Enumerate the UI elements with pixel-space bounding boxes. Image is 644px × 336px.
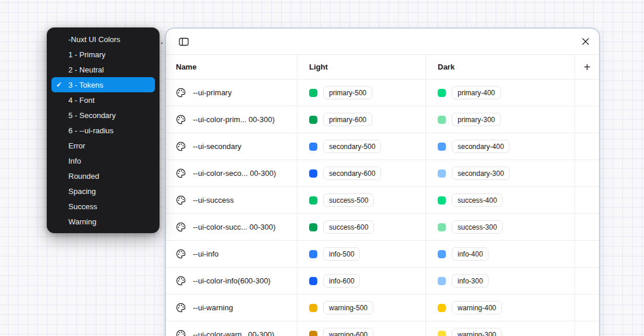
color-swatch[interactable]: [438, 143, 446, 151]
variable-name-cell[interactable]: --ui-color-prim... 00-300): [166, 106, 297, 133]
menu-item[interactable]: 6 - --ui-radius: [51, 123, 155, 138]
variable-name-cell[interactable]: --ui-color-warn...00-300): [166, 321, 297, 336]
color-swatch[interactable]: [309, 116, 317, 124]
light-value-cell[interactable]: primary-500: [297, 79, 425, 106]
dark-value-cell[interactable]: secondary-400: [425, 133, 574, 160]
token-chip[interactable]: success-500: [323, 193, 374, 207]
dark-value-cell[interactable]: warning-300: [425, 321, 574, 336]
token-chip[interactable]: success-300: [452, 220, 503, 234]
table-row[interactable]: --ui-info info-500 info-400: [166, 241, 599, 268]
menu-item[interactable]: 2 - Neutral: [51, 62, 155, 77]
token-chip[interactable]: primary-400: [452, 86, 501, 99]
token-chip[interactable]: primary-300: [452, 113, 501, 126]
color-swatch[interactable]: [309, 277, 317, 285]
light-value-cell[interactable]: secondary-500: [297, 133, 425, 160]
token-chip[interactable]: secondary-300: [452, 167, 510, 180]
table-row[interactable]: --ui-color-warn...00-300) warning-600 wa…: [166, 321, 599, 336]
color-swatch[interactable]: [309, 250, 317, 258]
table-row[interactable]: --ui-color-prim... 00-300) primary-600 p…: [166, 106, 599, 133]
color-swatch[interactable]: [309, 169, 317, 178]
menu-item[interactable]: 4 - Font: [51, 92, 155, 108]
token-chip[interactable]: success-600: [323, 220, 374, 234]
color-swatch[interactable]: [438, 277, 446, 285]
color-swatch[interactable]: [309, 196, 317, 205]
variable-name-cell[interactable]: --ui-info: [166, 241, 297, 267]
token-chip[interactable]: secondary-400: [452, 140, 510, 153]
table-row[interactable]: --ui-success success-500 success-400: [166, 187, 599, 214]
variable-name-cell[interactable]: --ui-color-succ... 00-300): [166, 214, 297, 240]
dark-value-cell[interactable]: info-400: [425, 241, 574, 267]
menu-item[interactable]: 5 - Secondary: [51, 108, 155, 123]
light-value-cell[interactable]: warning-500: [297, 295, 425, 321]
color-swatch[interactable]: [438, 196, 446, 205]
palette-icon: [176, 303, 186, 313]
color-swatch[interactable]: [438, 304, 446, 312]
table-row[interactable]: --ui-warning warning-500 warning-400: [166, 295, 599, 321]
color-swatch[interactable]: [438, 169, 446, 178]
menu-item[interactable]: ✓ 3 - Tokens: [51, 77, 155, 92]
dark-value-cell[interactable]: success-400: [425, 187, 574, 213]
menu-item[interactable]: Spacing: [51, 183, 155, 199]
color-swatch[interactable]: [309, 331, 317, 336]
variable-name-cell[interactable]: --ui-success: [166, 187, 297, 213]
collections-dropdown-menu: -Nuxt UI Colors 1 - Primary 2 - Neutral …: [47, 27, 160, 233]
menu-item[interactable]: Rounded: [51, 168, 155, 183]
light-value-cell[interactable]: primary-600: [297, 106, 425, 133]
dark-value-cell[interactable]: success-300: [425, 214, 574, 240]
token-chip[interactable]: warning-600: [323, 328, 373, 336]
token-chip[interactable]: primary-500: [323, 86, 372, 99]
token-chip[interactable]: info-300: [452, 274, 489, 287]
variable-name-cell[interactable]: --ui-warning: [166, 295, 297, 321]
dark-value-cell[interactable]: primary-300: [425, 106, 574, 133]
light-value-cell[interactable]: secondary-600: [297, 160, 425, 186]
color-swatch[interactable]: [309, 89, 317, 97]
token-chip[interactable]: warning-500: [323, 301, 373, 314]
dark-value-cell[interactable]: warning-400: [425, 295, 574, 321]
sidebar-toggle-button[interactable]: [178, 36, 190, 47]
token-chip[interactable]: secondary-500: [323, 140, 381, 153]
color-swatch[interactable]: [438, 116, 446, 124]
light-value-cell[interactable]: info-500: [297, 241, 425, 267]
add-variable-button[interactable]: +: [580, 61, 594, 74]
light-value-cell[interactable]: success-600: [297, 214, 425, 240]
menu-item[interactable]: Warning: [51, 214, 155, 229]
color-swatch[interactable]: [438, 331, 446, 336]
color-swatch[interactable]: [438, 223, 446, 231]
color-swatch[interactable]: [438, 89, 446, 97]
color-swatch[interactable]: [309, 223, 317, 231]
menu-item[interactable]: Error: [51, 138, 155, 153]
menu-item[interactable]: Info: [51, 153, 155, 168]
variable-name-cell[interactable]: --ui-primary: [166, 79, 297, 106]
color-swatch[interactable]: [309, 304, 317, 312]
light-value-cell[interactable]: success-500: [297, 187, 425, 213]
menu-item[interactable]: -Nuxt UI Colors: [51, 32, 155, 47]
dark-value-cell[interactable]: info-300: [425, 268, 574, 294]
palette-icon: [176, 330, 186, 336]
close-button[interactable]: [580, 36, 591, 47]
token-chip[interactable]: warning-300: [452, 328, 502, 336]
variable-name-cell[interactable]: --ui-secondary: [166, 133, 297, 160]
token-chip[interactable]: success-400: [452, 193, 503, 207]
token-chip[interactable]: info-400: [452, 247, 489, 261]
menu-item[interactable]: 1 - Primary: [51, 47, 155, 62]
dark-value-cell[interactable]: secondary-300: [425, 160, 574, 186]
menu-item[interactable]: Success: [51, 199, 155, 214]
table-row[interactable]: --ui-primary primary-500 primary-400: [166, 79, 599, 106]
table-row[interactable]: --ui-color-info(600-300) info-600 info-3…: [166, 268, 599, 295]
variable-name: --ui-warning: [193, 303, 233, 312]
color-swatch[interactable]: [309, 143, 317, 151]
light-value-cell[interactable]: warning-600: [297, 321, 425, 336]
table-row[interactable]: --ui-color-seco... 00-300) secondary-600…: [166, 160, 599, 187]
table-row[interactable]: --ui-secondary secondary-500 secondary-4…: [166, 133, 599, 160]
token-chip[interactable]: warning-400: [452, 301, 502, 314]
color-swatch[interactable]: [438, 250, 446, 258]
dark-value-cell[interactable]: primary-400: [425, 79, 574, 106]
light-value-cell[interactable]: info-600: [297, 268, 425, 294]
token-chip[interactable]: info-600: [323, 274, 360, 287]
token-chip[interactable]: info-500: [323, 247, 360, 261]
token-chip[interactable]: secondary-600: [323, 167, 381, 180]
table-row[interactable]: --ui-color-succ... 00-300) success-600 s…: [166, 214, 599, 241]
token-chip[interactable]: primary-600: [323, 113, 372, 126]
variable-name-cell[interactable]: --ui-color-seco... 00-300): [166, 160, 297, 186]
variable-name-cell[interactable]: --ui-color-info(600-300): [166, 268, 297, 294]
